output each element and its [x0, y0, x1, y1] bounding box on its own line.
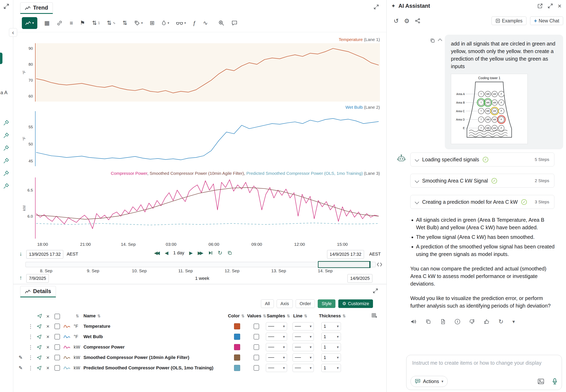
row-menu-icon[interactable]: ⋮ [28, 354, 33, 361]
remove-signal-icon[interactable]: × [46, 354, 49, 361]
remove-signal-icon[interactable]: × [46, 334, 49, 340]
examples-button[interactable]: Examples [492, 16, 526, 25]
actions-dropdown-button[interactable]: Actions ▾ [410, 376, 448, 387]
step-to-end-icon[interactable] [208, 251, 213, 255]
row-checkbox[interactable] [55, 323, 60, 329]
sort-icon[interactable]: ⇅ [287, 314, 290, 318]
step-group-loading-signals[interactable]: Loading specified signals ✓ 5 Steps [410, 153, 554, 167]
attached-image[interactable]: Cooling tower 1Area ATWBkWPArea BTWBkWPA… [451, 74, 528, 144]
overview-selection-handle[interactable] [369, 261, 370, 268]
order-button[interactable]: Order [296, 299, 315, 308]
row-menu-icon[interactable]: ⋮ [28, 323, 33, 329]
thickness-dropdown[interactable]: 1▾ [321, 343, 341, 351]
gridlines-icon[interactable]: ⊞ [150, 20, 155, 26]
more-actions-chevron-icon[interactable]: ▾ [512, 319, 515, 324]
expand-trend-icon[interactable] [373, 4, 379, 10]
line-dropdown[interactable]: ▾ [293, 322, 314, 330]
values-checkbox[interactable] [254, 365, 259, 371]
smoothing-icon[interactable]: ∿ [203, 20, 208, 26]
line-dropdown[interactable]: ▾ [293, 333, 314, 341]
preview-glasses-icon[interactable]: ▾ [176, 21, 186, 25]
collapse-message-icon[interactable] [438, 38, 442, 43]
thickness-dropdown[interactable]: 1▾ [321, 333, 341, 341]
refresh-range-icon[interactable]: ↻ [218, 250, 222, 256]
expand-investigate-icon[interactable]: ↑ [19, 275, 22, 281]
thumbs-down-icon[interactable] [469, 319, 475, 324]
zoom-icon[interactable] [218, 20, 225, 26]
remove-all-icon[interactable]: × [46, 313, 49, 320]
remove-signal-icon[interactable]: × [46, 323, 49, 329]
remove-signal-icon[interactable]: × [46, 344, 49, 350]
remove-signal-icon[interactable]: × [46, 365, 49, 371]
info-icon[interactable]: i [455, 319, 460, 324]
pin-icon[interactable] [3, 145, 9, 151]
regenerate-icon[interactable]: ↻ [498, 319, 503, 325]
table-view-icon[interactable]: ▦ [44, 20, 50, 26]
row-menu-icon[interactable]: ⋮ [28, 365, 33, 371]
lane-3-chart[interactable]: 6.56.0kW [21, 177, 380, 239]
expand-ai-icon[interactable] [547, 3, 553, 9]
sort-icon[interactable]: ⇅ [241, 314, 244, 318]
navigate-icon[interactable] [37, 345, 42, 350]
step-group-prediction[interactable]: Creating a prediction model for Area C k… [410, 195, 554, 209]
navigate-icon[interactable] [37, 313, 42, 319]
attach-image-icon[interactable] [538, 378, 544, 384]
investigate-end-input[interactable]: 14/9/2025 [347, 274, 372, 283]
line-dropdown[interactable]: ▾ [293, 353, 314, 362]
annotate-icon[interactable] [231, 20, 238, 26]
tab-details[interactable]: Details [20, 286, 56, 297]
snap-to-now-icon[interactable]: ↓ [19, 251, 22, 257]
read-aloud-icon[interactable] [410, 319, 416, 325]
customize-axis-icon[interactable]: ⇅1 [92, 20, 100, 26]
range-end-input[interactable]: 14/9/2025 17:32 [327, 250, 364, 259]
edit-formula-icon[interactable]: ✎ [19, 355, 23, 360]
close-ai-icon[interactable]: × [558, 3, 562, 9]
tab-trend[interactable]: Trend [20, 2, 53, 14]
navigate-icon[interactable] [37, 365, 42, 371]
step-forward-full-icon[interactable]: ▶▶ [198, 250, 203, 256]
thickness-dropdown[interactable]: 1▾ [321, 364, 341, 372]
collapse-panel-button[interactable]: ‹ [9, 28, 17, 37]
lane-1-chart[interactable]: 90807060°F [21, 43, 380, 102]
copy-message-icon[interactable] [430, 38, 435, 43]
pin-icon[interactable] [3, 170, 9, 177]
expand-details-icon[interactable] [373, 288, 378, 294]
lane-2-chart[interactable]: 555045°F [21, 111, 380, 166]
overview-selection-window[interactable] [318, 261, 370, 268]
select-all-checkbox[interactable] [55, 314, 60, 319]
samples-dropdown[interactable]: ▾ [266, 353, 287, 362]
samples-dropdown[interactable]: ▾ [266, 364, 287, 372]
chat-history-icon[interactable]: ↺ [394, 17, 399, 25]
pin-icon[interactable] [3, 120, 9, 126]
values-checkbox[interactable] [254, 344, 259, 350]
autoscale-axis-icon[interactable]: ⇅ [122, 20, 127, 26]
overview-pan-icon[interactable] [377, 262, 382, 267]
chat-scroll-area[interactable]: add in all signals that are circled in g… [387, 31, 566, 353]
range-duration-label[interactable]: 1 day [173, 250, 184, 255]
expand-sidebar-icon[interactable] [3, 3, 9, 9]
open-in-new-window-icon[interactable] [537, 3, 543, 9]
investigate-start-input[interactable]: 7/9/2025 [26, 274, 49, 283]
row-checkbox[interactable] [55, 334, 60, 339]
ai-settings-gear-icon[interactable]: ⚙ [404, 17, 410, 25]
step-group-smoothing[interactable]: Smoothing Area C kW Signal ✓ 2 Steps [410, 174, 554, 188]
sort-icon[interactable]: ⇅ [76, 314, 79, 318]
navigate-icon[interactable] [37, 355, 42, 360]
view-document-icon[interactable] [440, 319, 446, 324]
line-dropdown[interactable]: ▾ [293, 343, 314, 351]
formula-icon[interactable]: ƒ [193, 20, 196, 26]
color-swatch[interactable] [234, 354, 240, 361]
copy-range-icon[interactable] [227, 251, 232, 255]
timezone-label[interactable]: AEST [369, 252, 381, 257]
color-swatch[interactable] [234, 344, 240, 350]
color-swatch[interactable] [234, 365, 240, 371]
style-button[interactable]: Style [318, 299, 335, 308]
range-start-input[interactable]: 13/9/2025 17:32 [26, 250, 63, 259]
add-column-icon[interactable] [371, 313, 377, 318]
pin-icon[interactable] [3, 157, 9, 164]
row-checkbox[interactable] [55, 344, 60, 350]
samples-icon[interactable]: ▾ [161, 20, 169, 26]
sort-icon[interactable]: ⇅ [343, 314, 346, 318]
microphone-icon[interactable] [552, 378, 557, 385]
navigate-icon[interactable] [37, 334, 42, 339]
